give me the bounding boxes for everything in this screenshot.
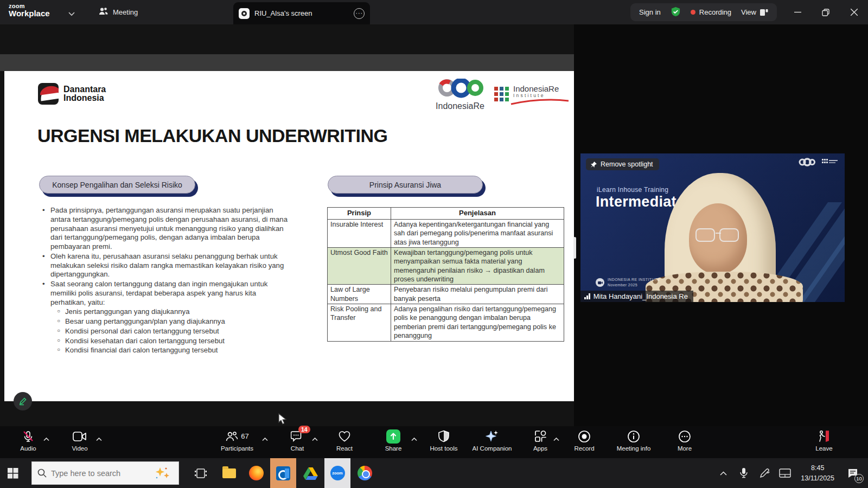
institute-mini-logo-icon bbox=[822, 158, 838, 167]
indonesiare-logo: IndonesiaRe bbox=[433, 79, 487, 111]
participant-name-label: Mita Handayani_Indonesia Re bbox=[580, 291, 693, 302]
video-button[interactable]: Video bbox=[61, 429, 99, 452]
pill-konsep-pengalihan: Konsep Pengalihan dan Seleksi Risiko bbox=[39, 176, 195, 194]
table-row: Risk Pooling and Transfer Adanya pengali… bbox=[328, 304, 564, 341]
windows-logo-icon bbox=[8, 468, 18, 479]
sub-bullet-item: Kondisi personal dari calon tertanggung … bbox=[57, 327, 289, 336]
slide-bullet-list: Pada prinsipnya, pertanggungan asuransi … bbox=[42, 206, 289, 356]
restore-button[interactable] bbox=[812, 0, 840, 24]
record-button[interactable]: Record bbox=[565, 429, 603, 452]
tab-meeting[interactable]: Meeting bbox=[93, 0, 143, 24]
zoom-titlebar: zoom Workplace Meeting RIU_Alsa's screen… bbox=[0, 0, 868, 24]
copilot-sparkle-icon[interactable] bbox=[151, 466, 173, 480]
zoom-app-icon: zoom bbox=[330, 466, 345, 480]
annotation-pencil-button[interactable] bbox=[14, 392, 32, 410]
sub-bullet-item: Besar uang pertanggungan/plan yang diaju… bbox=[57, 317, 289, 326]
prinsip-table: Prinsip Penjelasan Insurable Interest Ad… bbox=[327, 207, 564, 342]
recording-dot-icon bbox=[691, 10, 695, 15]
leave-door-icon bbox=[817, 430, 831, 443]
sub-bullet-item: Kondisi financial dari calon tertanggung… bbox=[57, 346, 289, 355]
info-icon bbox=[627, 430, 640, 443]
chat-options-chevron[interactable] bbox=[312, 434, 318, 444]
taskbar-search[interactable] bbox=[31, 461, 179, 485]
google-drive-button[interactable] bbox=[297, 458, 323, 488]
action-center-button[interactable]: 10 bbox=[841, 458, 865, 488]
table-row-highlighted: Utmost Good Faith Kewajiban tertanggung/… bbox=[328, 247, 564, 284]
zoom-app-button[interactable]: zoom bbox=[324, 458, 350, 488]
outlook-button[interactable] bbox=[270, 458, 296, 488]
close-button[interactable] bbox=[840, 0, 868, 24]
zoom-workplace-logo[interactable]: zoom Workplace bbox=[9, 3, 50, 18]
heart-icon bbox=[338, 431, 351, 442]
tray-touchpad-icon[interactable] bbox=[776, 458, 794, 488]
security-shield-icon[interactable] bbox=[671, 7, 681, 18]
search-icon bbox=[37, 468, 47, 478]
audio-button[interactable]: Audio bbox=[9, 429, 47, 452]
taskbar-clock[interactable]: 8:45 13/11/2025 bbox=[796, 463, 839, 483]
table-header-prinsip: Prinsip bbox=[328, 208, 391, 220]
meeting-info-button[interactable]: Meeting info bbox=[610, 429, 658, 452]
screen-share-icon bbox=[239, 8, 250, 19]
start-button[interactable] bbox=[0, 458, 26, 488]
panel-resize-handle[interactable] bbox=[573, 237, 576, 259]
slide-title: URGENSI MELAKUKAN UNDERWRITING bbox=[37, 125, 387, 146]
institute-text-2: Institute bbox=[513, 93, 559, 98]
view-layout-icon bbox=[760, 9, 768, 16]
more-button[interactable]: More bbox=[666, 429, 704, 452]
indonesiare-text: IndonesiaRe bbox=[433, 101, 487, 111]
tab-options-icon[interactable]: ··· bbox=[354, 8, 365, 19]
table-header-penjelasan: Penjelasan bbox=[391, 208, 564, 220]
share-options-chevron[interactable] bbox=[411, 434, 417, 444]
bullet-item: Pada prinsipnya, pertanggungan asuransi … bbox=[42, 206, 289, 252]
react-button[interactable]: React bbox=[326, 429, 363, 452]
video-options-chevron[interactable] bbox=[96, 434, 102, 444]
institute-swoosh-icon bbox=[510, 99, 570, 105]
share-button[interactable]: Share bbox=[374, 429, 412, 452]
virtual-bg-subtitle: iLearn Inhouse Training bbox=[597, 186, 668, 194]
meeting-stage: Danantara Indonesia IndonesiaRe bbox=[0, 24, 868, 426]
recording-label: Recording bbox=[699, 8, 731, 16]
windows-taskbar: zoom 8:45 13/11/2025 10 bbox=[0, 458, 868, 488]
file-explorer-button[interactable] bbox=[216, 458, 242, 488]
pencil-icon bbox=[18, 396, 28, 406]
bullet-item: Oleh karena itu, perusahaan asuransi sel… bbox=[42, 252, 289, 279]
danantara-text-2: Indonesia bbox=[63, 94, 106, 102]
participants-button[interactable]: 67 Participants bbox=[210, 429, 264, 452]
indonesiare-institute-logo: IndonesiaRe Institute bbox=[494, 85, 559, 101]
notification-badge: 10 bbox=[854, 474, 864, 483]
video-watermark: INDONESIA RE INSTITUTE November 2025 bbox=[596, 277, 660, 288]
host-tools-button[interactable]: Host tools bbox=[420, 429, 467, 452]
chat-button[interactable]: 14 Chat bbox=[278, 429, 316, 452]
ai-companion-button[interactable]: AI Companion bbox=[464, 429, 520, 452]
leave-button[interactable]: Leave bbox=[805, 429, 843, 452]
danantara-text-1: Danantara bbox=[63, 85, 106, 94]
google-drive-icon bbox=[303, 467, 318, 480]
participants-count: 67 bbox=[241, 432, 248, 440]
audio-options-chevron[interactable] bbox=[43, 434, 49, 444]
meeting-tab-label: Meeting bbox=[113, 8, 138, 16]
remote-cursor-icon bbox=[278, 413, 287, 427]
tray-pen-icon[interactable] bbox=[755, 458, 774, 488]
view-button[interactable]: View bbox=[741, 8, 768, 16]
task-view-button[interactable] bbox=[188, 458, 214, 488]
participants-options-chevron[interactable] bbox=[262, 434, 268, 444]
workplace-logo-text: Workplace bbox=[9, 9, 50, 18]
firefox-button[interactable] bbox=[243, 458, 269, 488]
spotlight-video-tile[interactable]: iLearn Inhouse Training Intermediate Rem… bbox=[580, 153, 845, 302]
tray-expand-chevron[interactable] bbox=[714, 458, 732, 488]
search-input[interactable] bbox=[51, 469, 132, 478]
chrome-button[interactable] bbox=[352, 458, 378, 488]
pill-prinsip-asuransi: Prinsip Asuransi Jiwa bbox=[328, 176, 483, 194]
tray-microphone-icon[interactable] bbox=[735, 458, 753, 488]
sign-in-button[interactable]: Sign in bbox=[639, 8, 661, 16]
tab-shared-screen[interactable]: RIU_Alsa's screen ··· bbox=[233, 2, 370, 24]
presentation-slide: Danantara Indonesia IndonesiaRe bbox=[4, 71, 574, 401]
chevron-down-icon[interactable] bbox=[68, 9, 75, 18]
apps-options-chevron[interactable] bbox=[553, 434, 559, 444]
minimize-button[interactable] bbox=[783, 0, 812, 24]
watermark-line1: INDONESIA RE INSTITUTE bbox=[608, 277, 660, 282]
remove-spotlight-button[interactable]: Remove spotlight bbox=[586, 158, 659, 170]
outlook-icon bbox=[276, 466, 290, 480]
recording-indicator[interactable]: Recording bbox=[691, 8, 731, 16]
folder-icon bbox=[222, 468, 236, 478]
